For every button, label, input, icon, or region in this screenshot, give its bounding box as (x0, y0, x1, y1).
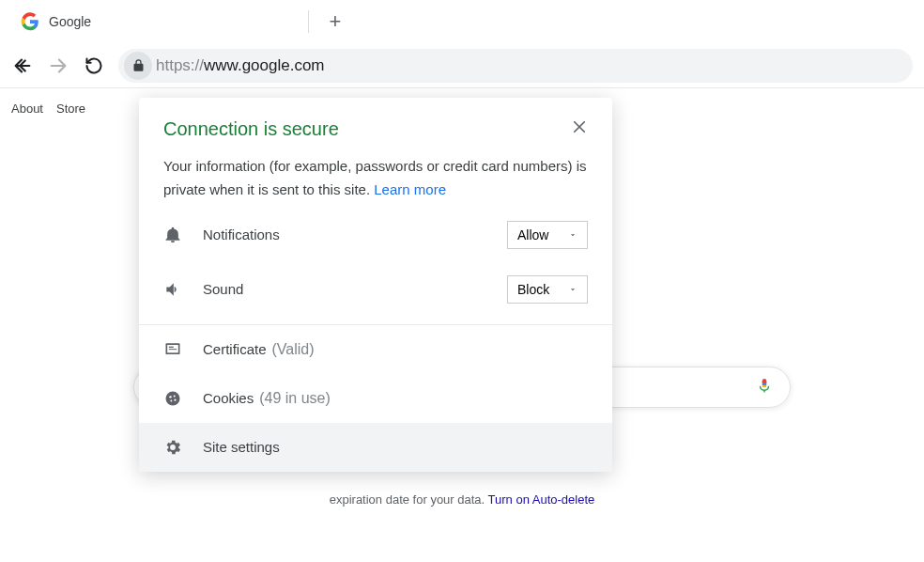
toolbar: https://www.google.com (0, 43, 924, 88)
svg-point-8 (169, 396, 171, 398)
svg-point-9 (174, 395, 176, 397)
chevron-down-icon (568, 285, 578, 294)
plus-icon: + (330, 9, 342, 34)
promo-suffix: expiration date for your data. (330, 492, 488, 507)
svg-point-7 (166, 391, 180, 405)
permission-label: Notifications (190, 226, 507, 242)
certificate-status: (Valid) (267, 341, 315, 358)
promo-text: expiration date for your data. Turn on A… (0, 492, 924, 507)
back-button[interactable] (11, 55, 34, 77)
certificate-row[interactable]: Certificate (Valid) (139, 325, 612, 374)
permission-row-notifications: Notifications Allow (139, 208, 612, 262)
cookies-row[interactable]: Cookies (49 in use) (139, 374, 612, 423)
site-settings-row[interactable]: Site settings (139, 423, 612, 472)
cookies-count: (49 in use) (254, 390, 331, 407)
tab-divider (308, 10, 309, 33)
popover-close-button[interactable] (571, 118, 588, 139)
select-value: Allow (517, 227, 548, 242)
select-value: Block (517, 282, 549, 297)
chevron-down-icon (568, 230, 578, 240)
new-tab-button[interactable]: + (322, 8, 348, 35)
url-scheme: https:// (156, 56, 204, 75)
tab-title: Google (49, 14, 91, 29)
auto-delete-link[interactable]: Turn on Auto-delete (488, 492, 595, 507)
lock-icon (131, 58, 146, 72)
address-bar[interactable]: https://www.google.com (118, 49, 913, 83)
gear-icon (163, 438, 190, 457)
learn-more-link[interactable]: Learn more (374, 181, 446, 197)
permission-row-sound: Sound Block (139, 262, 612, 317)
svg-point-11 (170, 399, 172, 401)
bell-icon (163, 226, 190, 244)
forward-button[interactable] (47, 55, 69, 77)
reload-button[interactable] (83, 55, 105, 77)
svg-point-10 (174, 398, 176, 400)
notifications-select[interactable]: Allow (507, 221, 588, 249)
google-favicon-icon (21, 12, 39, 31)
permission-label: Sound (190, 281, 507, 297)
popover-title: Connection is secure (163, 118, 339, 140)
tab-strip: Google + (0, 0, 924, 43)
voice-search-icon[interactable] (756, 375, 773, 399)
svg-rect-6 (169, 349, 177, 350)
close-icon (571, 118, 588, 135)
sound-select[interactable]: Block (507, 275, 588, 304)
site-settings-label: Site settings (190, 439, 280, 455)
cookies-label: Cookies (190, 390, 254, 406)
cookie-icon (163, 389, 190, 408)
certificate-icon (163, 340, 190, 359)
url-host: www.google.com (204, 56, 325, 75)
speaker-icon (163, 280, 190, 299)
site-info-popover: Connection is secure Your information (f… (139, 98, 612, 472)
certificate-label: Certificate (190, 341, 267, 357)
active-tab[interactable]: Google (8, 0, 308, 43)
site-info-button[interactable] (124, 52, 152, 80)
svg-rect-5 (169, 346, 174, 347)
popover-description: Your information (for example, passwords… (139, 140, 612, 208)
